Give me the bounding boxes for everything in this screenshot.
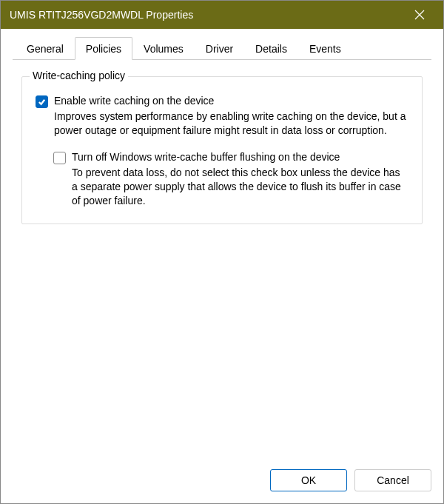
tabpanel-policies: Write-caching policy Enable write cachin… bbox=[13, 60, 431, 460]
enable-write-caching-label[interactable]: Enable write caching on the device bbox=[54, 95, 214, 107]
group-legend: Write-caching policy bbox=[30, 70, 128, 81]
enable-write-caching-checkbox[interactable] bbox=[36, 95, 48, 108]
tab-driver[interactable]: Driver bbox=[195, 37, 244, 60]
write-caching-group: Write-caching policy Enable write cachin… bbox=[21, 76, 423, 224]
tab-policies[interactable]: Policies bbox=[75, 37, 132, 60]
tab-general[interactable]: General bbox=[16, 37, 75, 60]
tab-events[interactable]: Events bbox=[298, 37, 352, 60]
dialog-content: General Policies Volumes Driver Details … bbox=[1, 29, 443, 503]
cancel-button[interactable]: Cancel bbox=[354, 469, 431, 491]
close-button[interactable] bbox=[405, 1, 434, 29]
turn-off-flush-desc: To prevent data loss, do not select this… bbox=[72, 166, 408, 208]
tab-volumes[interactable]: Volumes bbox=[132, 37, 195, 60]
dialog-buttons: OK Cancel bbox=[13, 460, 431, 491]
tab-strip: General Policies Volumes Driver Details … bbox=[13, 36, 431, 60]
enable-write-caching-row: Enable write caching on the device bbox=[36, 95, 408, 108]
turn-off-flush-checkbox[interactable] bbox=[53, 152, 66, 164]
checkmark-icon bbox=[38, 98, 46, 106]
turn-off-flush-label[interactable]: Turn off Windows write-cache buffer flus… bbox=[72, 151, 340, 163]
spacer bbox=[21, 224, 423, 451]
titlebar: UMIS RTITJ256VGD2MWDL Properties bbox=[1, 1, 443, 29]
tab-details[interactable]: Details bbox=[244, 37, 298, 60]
ok-button[interactable]: OK bbox=[270, 469, 347, 491]
properties-dialog: UMIS RTITJ256VGD2MWDL Properties General… bbox=[0, 0, 444, 504]
window-title: UMIS RTITJ256VGD2MWDL Properties bbox=[10, 9, 405, 21]
enable-write-caching-desc: Improves system performance by enabling … bbox=[54, 110, 408, 138]
close-icon bbox=[414, 10, 425, 20]
turn-off-flush-row: Turn off Windows write-cache buffer flus… bbox=[53, 151, 408, 164]
